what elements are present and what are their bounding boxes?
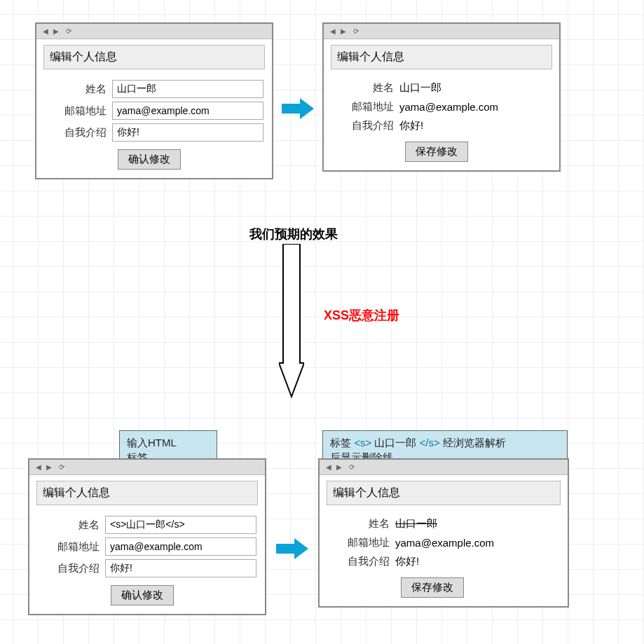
form-title: 编辑个人信息	[327, 481, 561, 505]
value-bio: 你好!	[399, 118, 551, 134]
label-name: 姓名	[328, 517, 395, 530]
window-titlebar: ◀ ▶ ⟳	[324, 24, 559, 39]
confirm-button[interactable]: 确认修改	[111, 585, 174, 605]
value-name: 山口一郎	[399, 80, 551, 96]
window-titlebar: ◀ ▶ ⟳	[29, 460, 265, 475]
refresh-icon: ⟳	[57, 463, 67, 472]
save-button[interactable]: 保存修改	[401, 577, 464, 598]
nav-back-icon: ◀	[34, 463, 43, 472]
label-bio: 自我介绍	[332, 119, 399, 132]
label-bio: 自我介绍	[45, 126, 112, 139]
input-email[interactable]	[112, 102, 263, 120]
label-email: 邮箱地址	[332, 100, 399, 114]
callout-right-tag-close: </s>	[420, 437, 440, 448]
window-titlebar: ◀ ▶ ⟳	[320, 460, 568, 475]
form-title: 编辑个人信息	[36, 481, 258, 505]
label-email: 邮箱地址	[38, 540, 105, 554]
nav-fwd-icon: ▶	[44, 463, 54, 472]
input-bio[interactable]	[112, 123, 263, 142]
window-titlebar: ◀ ▶ ⟳	[36, 24, 272, 39]
label-email: 邮箱地址	[328, 536, 395, 549]
save-button[interactable]: 保存修改	[405, 142, 468, 162]
form-title: 编辑个人信息	[43, 45, 265, 69]
window-confirm-xss: ◀ ▶ ⟳ 编辑个人信息 姓名 山口一郎 邮箱地址 yama@example.c…	[318, 458, 569, 608]
window-edit-xss: ◀ ▶ ⟳ 编辑个人信息 姓名 邮箱地址 自我介绍 确认修改	[28, 458, 266, 615]
value-email: yama@example.com	[399, 100, 551, 114]
callout-right-pre: 标签	[330, 437, 351, 448]
label-name: 姓名	[45, 83, 112, 96]
nav-fwd-icon: ▶	[334, 463, 344, 472]
label-bio: 自我介绍	[38, 562, 105, 575]
refresh-icon: ⟳	[64, 27, 74, 36]
nav-fwd-icon: ▶	[51, 27, 61, 36]
flow-arrow-down-icon	[279, 244, 304, 398]
value-name-struck: 山口一郎	[395, 516, 559, 532]
expected-label: 我们预期的效果	[249, 226, 338, 242]
svg-marker-0	[282, 98, 314, 119]
value-bio: 你好!	[395, 554, 559, 570]
svg-marker-2	[276, 538, 308, 559]
flow-arrow-icon	[276, 538, 308, 559]
label-email: 邮箱地址	[45, 104, 112, 118]
window-edit-expected: ◀ ▶ ⟳ 编辑个人信息 姓名 邮箱地址 自我介绍 确认修改	[35, 22, 273, 179]
label-bio: 自我介绍	[328, 555, 395, 568]
input-email[interactable]	[105, 537, 256, 556]
nav-back-icon: ◀	[324, 463, 334, 472]
confirm-button[interactable]: 确认修改	[118, 149, 181, 170]
flow-arrow-icon	[282, 98, 314, 119]
callout-right-tag-open: <s>	[354, 437, 371, 448]
callout-right-name: 山口一郎	[374, 437, 416, 448]
input-name[interactable]	[105, 516, 256, 534]
nav-fwd-icon: ▶	[338, 27, 348, 36]
value-email: yama@example.com	[395, 535, 559, 550]
callout-left-line1: 输入HTML	[127, 437, 177, 448]
xss-label: XSS恶意注册	[324, 307, 399, 324]
window-confirm-expected: ◀ ▶ ⟳ 编辑个人信息 姓名 山口一郎 邮箱地址 yama@example.c…	[322, 22, 561, 172]
svg-marker-1	[279, 244, 304, 397]
nav-back-icon: ◀	[41, 27, 50, 36]
input-name[interactable]	[112, 80, 263, 98]
refresh-icon: ⟳	[347, 463, 357, 472]
nav-back-icon: ◀	[328, 27, 338, 36]
callout-right-post: 经浏览器解析	[443, 437, 506, 448]
refresh-icon: ⟳	[351, 27, 361, 36]
form-title: 编辑个人信息	[331, 45, 552, 69]
label-name: 姓名	[38, 519, 105, 532]
label-name: 姓名	[332, 81, 399, 95]
input-bio[interactable]	[105, 559, 256, 577]
